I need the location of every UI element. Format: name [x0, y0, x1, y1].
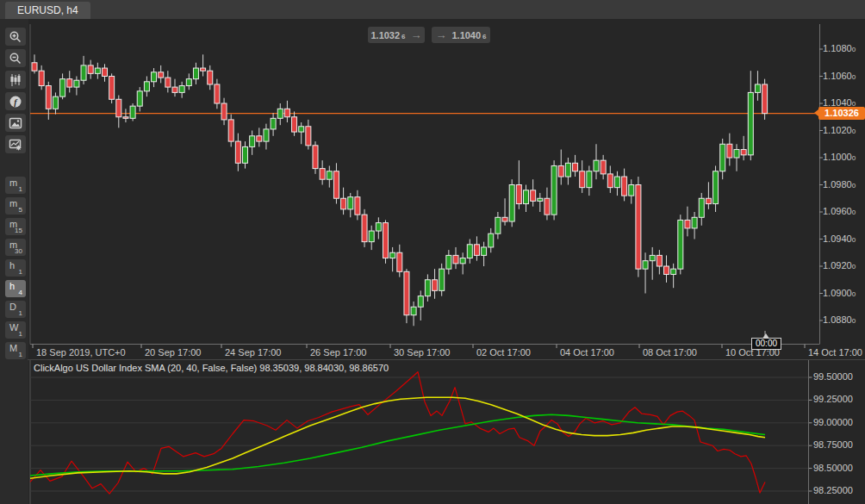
current-price-badge: 1.10326	[818, 107, 865, 120]
timeframe-h1-button[interactable]: h1	[5, 259, 26, 277]
chart-settings-button[interactable]	[5, 135, 26, 153]
chart-tab-bar: EURUSD, h4	[0, 0, 865, 19]
time-axis-label: 24 Sep 17:00	[225, 347, 281, 358]
indicators-button[interactable]: f	[5, 92, 26, 110]
timeframe-m30-button[interactable]: m30	[5, 239, 26, 256]
time-axis-label: 26 Sep 17:00	[310, 347, 366, 358]
time-tooltip: 00:00	[751, 338, 781, 350]
timeframe-label: h	[9, 281, 15, 291]
sell-button[interactable]: 1.10326 →	[368, 27, 425, 43]
timeframe-label: W	[9, 322, 18, 333]
price-axis-label: 1.09600	[823, 206, 856, 216]
price-axis-label: 1.09000	[823, 288, 856, 298]
chart-toolbar: fm1m5m15m30h1h4D1W1M1	[0, 19, 28, 504]
timeframe-w1-button[interactable]: W1	[5, 321, 26, 339]
price-axis-label: 1.10600	[823, 71, 856, 81]
timeframe-label: D	[9, 302, 16, 312]
indicator-axis-label: 98.25000	[813, 485, 853, 495]
price-axis-label: 1.09800	[823, 179, 856, 190]
buy-price: 1.1040	[451, 30, 481, 40]
indicator-axis-label: 98.50000	[813, 463, 853, 473]
price-axis-label: 1.09200	[823, 260, 856, 271]
sell-price: 1.1032	[370, 30, 400, 40]
indicator-axis-label: 99.50000	[813, 371, 853, 382]
buy-button[interactable]: → 1.10406	[432, 27, 490, 43]
chart-type-candles-button[interactable]	[5, 71, 26, 89]
sell-price-pip: 6	[401, 30, 405, 40]
price-axis-label: 1.10000	[823, 152, 856, 162]
timeframe-m15-button[interactable]: m15	[5, 218, 26, 235]
sell-arrow-icon: →	[411, 29, 422, 40]
time-axis-label: 08 Oct 17:00	[643, 347, 697, 358]
timeframe-sub: 1	[19, 268, 22, 276]
time-axis-label: 14 Oct 17:00	[808, 347, 862, 358]
timeframe-sub: 1	[19, 330, 22, 338]
price-axis-label: 1.09400	[823, 233, 856, 244]
time-axis-label: 18 Sep 2019, UTC+0	[36, 347, 126, 358]
timeframe-label: m	[9, 177, 17, 188]
timeframe-sub: 4	[19, 289, 22, 296]
zoom-out-button[interactable]	[5, 49, 26, 67]
chart-tab-eurusd-h4[interactable]: EURUSD, h4	[5, 2, 90, 19]
timeframe-sub: 5	[19, 206, 22, 214]
timeframe-sub: 1	[19, 309, 22, 317]
time-axis-label: 20 Sep 17:00	[145, 347, 201, 358]
price-axis-label: 1.10200	[823, 125, 856, 135]
timeframe-sub: 1	[19, 185, 22, 193]
price-axis-label: 1.08800	[823, 314, 856, 325]
timeframe-h4-button[interactable]: h4	[5, 280, 26, 297]
buy-arrow-icon: →	[435, 29, 446, 40]
timeframe-sub: 15	[15, 227, 22, 234]
indicator-axis-label: 99.00000	[813, 417, 853, 427]
zoom-in-button[interactable]	[5, 28, 26, 46]
timeframe-sub: 30	[15, 247, 22, 255]
chart-snapshot-button[interactable]	[5, 114, 26, 132]
indicator-axis-label: 98.75000	[813, 439, 853, 450]
indicator-title: ClickAlgo US Dollar Index SMA (20, 40, F…	[34, 363, 389, 373]
timeframe-m1-button[interactable]: M1	[5, 342, 26, 359]
timeframe-m1-button[interactable]: m1	[5, 177, 26, 194]
time-axis-label: 30 Sep 17:00	[394, 347, 450, 358]
time-axis-label: 04 Oct 17:00	[560, 347, 614, 358]
timeframe-label: M	[9, 343, 17, 353]
toolbar-spacer	[0, 157, 28, 177]
chart-tab-label: EURUSD, h4	[17, 4, 78, 16]
trading-platform-window: EURUSD, h4 fm1m5m15m30h1h4D1W1M1 1.10326…	[0, 0, 865, 504]
timeframe-sub: 1	[19, 351, 22, 358]
buy-price-pip: 6	[482, 30, 486, 40]
price-axis-label: 1.10800	[823, 43, 856, 53]
price-chart-canvas	[0, 0, 865, 504]
timeframe-label: h	[9, 260, 15, 271]
timeframe-m5-button[interactable]: m5	[5, 197, 26, 215]
timeframe-label: m	[9, 198, 17, 208]
indicator-axis-label: 99.25000	[813, 394, 853, 404]
timeframe-d1-button[interactable]: D1	[5, 301, 26, 318]
time-axis-label: 02 Oct 17:00	[476, 347, 531, 358]
